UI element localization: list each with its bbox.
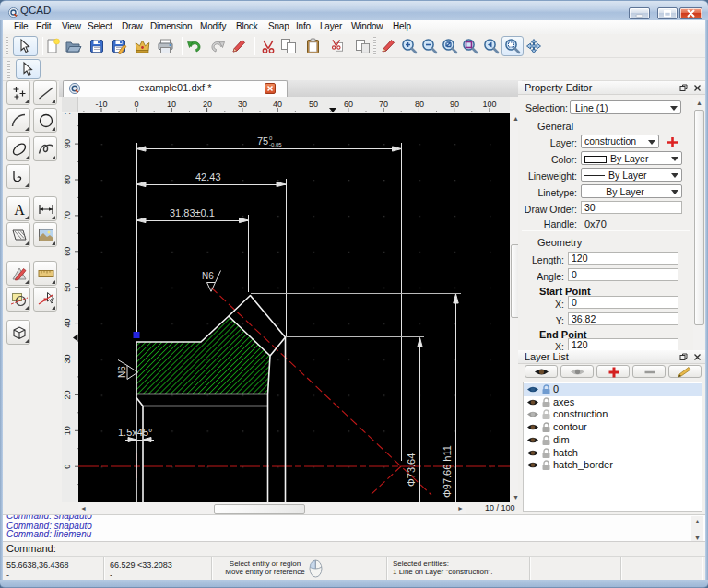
svg-text:20: 20 — [203, 100, 212, 109]
svg-text:N6: N6 — [202, 271, 214, 281]
svg-text:42.43: 42.43 — [195, 171, 221, 182]
svg-text:Φ97.66 h11: Φ97.66 h11 — [442, 445, 453, 498]
svg-text:40: 40 — [273, 100, 282, 109]
svg-text:30: 30 — [238, 100, 247, 109]
svg-text:20: 20 — [63, 390, 72, 399]
svg-text:N6: N6 — [117, 366, 127, 378]
svg-text:90: 90 — [450, 100, 459, 109]
svg-text:50: 50 — [309, 100, 318, 109]
svg-text:31.83±0.1: 31.83±0.1 — [170, 207, 215, 218]
svg-text:100: 100 — [63, 113, 72, 115]
svg-text:1.5x45°: 1.5x45° — [118, 427, 152, 438]
svg-text:40: 40 — [63, 319, 72, 328]
svg-text:70: 70 — [379, 100, 388, 109]
svg-text:70: 70 — [63, 211, 72, 220]
svg-text:0: 0 — [63, 465, 72, 469]
svg-text:75: 75 — [257, 135, 268, 147]
svg-text:60: 60 — [344, 100, 353, 109]
svg-text:60: 60 — [63, 247, 72, 256]
svg-text:100: 100 — [482, 100, 496, 109]
svg-text:-0.05: -0.05 — [269, 142, 282, 147]
svg-text:80: 80 — [63, 175, 72, 184]
svg-text:30: 30 — [63, 354, 72, 363]
svg-text:90: 90 — [63, 139, 72, 148]
svg-text:-10: -10 — [95, 100, 107, 109]
svg-text:0: 0 — [134, 100, 138, 109]
svg-text:10: 10 — [167, 100, 176, 109]
svg-text:10: 10 — [63, 426, 72, 435]
svg-text:A: A — [14, 202, 25, 218]
svg-text:Φ73.64: Φ73.64 — [406, 453, 417, 487]
svg-text:50: 50 — [63, 283, 72, 292]
svg-text:80: 80 — [415, 100, 424, 109]
